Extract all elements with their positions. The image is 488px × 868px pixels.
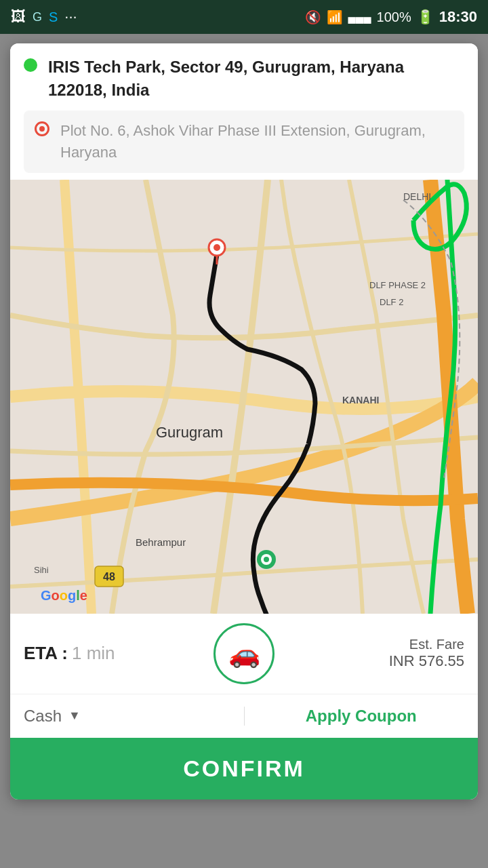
eta-label: ETA : xyxy=(24,643,68,664)
svg-point-15 xyxy=(264,557,269,562)
svg-text:DLF  2: DLF 2 xyxy=(380,297,403,307)
confirm-button[interactable]: CONFIRM xyxy=(10,738,478,800)
car-icon-wrap: 🚗 xyxy=(214,623,274,684)
svg-text:Behrampur: Behrampur xyxy=(136,536,186,548)
svg-text:Sihi: Sihi xyxy=(34,565,49,575)
clock: 18:30 xyxy=(439,8,477,26)
svg-point-11 xyxy=(214,244,220,251)
battery-percent: 100% xyxy=(377,9,411,25)
location-section: IRIS Tech Park, Sector 49, Gurugram, Har… xyxy=(10,43,478,180)
mute-icon: 🔇 xyxy=(305,9,321,25)
destination-row: Plot No. 6, Ashok Vihar Phase III Extens… xyxy=(24,111,464,173)
origin-row: IRIS Tech Park, Sector 49, Gurugram, Har… xyxy=(24,56,464,101)
dropdown-arrow-icon: ▼ xyxy=(68,709,81,723)
origin-address: IRIS Tech Park, Sector 49, Gurugram, Har… xyxy=(48,56,464,101)
svg-text:KANAHI: KANAHI xyxy=(342,395,379,406)
status-bar: 🖼 G S ··· 🔇 📶 ▄▄▄ 100% 🔋 18:30 xyxy=(0,0,488,34)
signal-icon: ▄▄▄ xyxy=(348,11,371,23)
svg-text:Gurugram: Gurugram xyxy=(156,424,223,441)
apply-coupon-button[interactable]: Apply Coupon xyxy=(245,707,465,726)
eta-block: ETA : 1 min xyxy=(24,643,200,664)
car-icon: 🚗 xyxy=(228,639,260,669)
svg-text:DELHI: DELHI xyxy=(403,191,431,202)
skype-icon: S xyxy=(49,9,58,25)
more-icon: ··· xyxy=(64,8,77,26)
fare-block: Est. Fare INR 576.55 xyxy=(288,637,464,670)
destination-address: Plot No. 6, Ashok Vihar Phase III Extens… xyxy=(60,120,453,163)
main-card: IRIS Tech Park, Sector 49, Gurugram, Har… xyxy=(10,43,478,800)
payment-row: Cash ▼ Apply Coupon xyxy=(10,694,478,738)
payment-left[interactable]: Cash ▼ xyxy=(24,707,245,726)
svg-text:Google: Google xyxy=(41,588,87,603)
g-icon: G xyxy=(33,10,42,24)
fare-row: ETA : 1 min 🚗 Est. Fare INR 576.55 xyxy=(10,614,478,694)
est-fare-amount: INR 576.55 xyxy=(288,652,464,670)
map-section: DELHI DLF PHASE 2 DLF 2 Gurugram KANAHI … xyxy=(10,180,478,614)
image-icon: 🖼 xyxy=(11,8,26,26)
destination-dot xyxy=(35,121,49,136)
wifi-icon: 📶 xyxy=(327,9,343,25)
svg-text:DLF PHASE 2: DLF PHASE 2 xyxy=(369,280,426,290)
est-fare-label: Est. Fare xyxy=(288,637,464,652)
battery-icon: 🔋 xyxy=(417,9,434,25)
origin-dot xyxy=(24,58,37,72)
svg-text:48: 48 xyxy=(103,571,115,583)
status-right-icons: 🔇 📶 ▄▄▄ 100% 🔋 18:30 xyxy=(305,8,477,26)
status-left-icons: 🖼 G S ··· xyxy=(11,8,77,26)
payment-method-label: Cash xyxy=(24,707,62,726)
eta-value: 1 min xyxy=(72,643,115,664)
